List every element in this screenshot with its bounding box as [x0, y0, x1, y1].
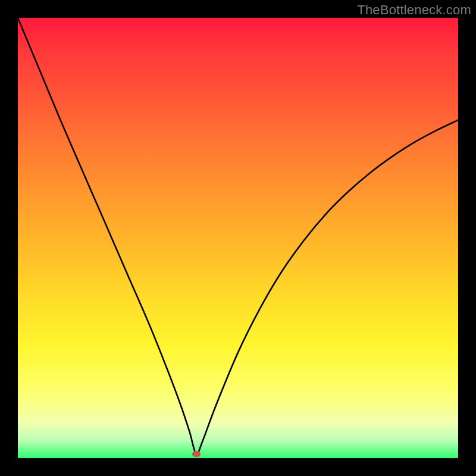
- watermark-label: TheBottleneck.com: [357, 2, 471, 18]
- plot-area: [18, 18, 458, 458]
- chart-frame: TheBottleneck.com: [0, 0, 476, 476]
- bottleneck-curve: [18, 18, 458, 458]
- optimal-point-marker: [192, 451, 201, 457]
